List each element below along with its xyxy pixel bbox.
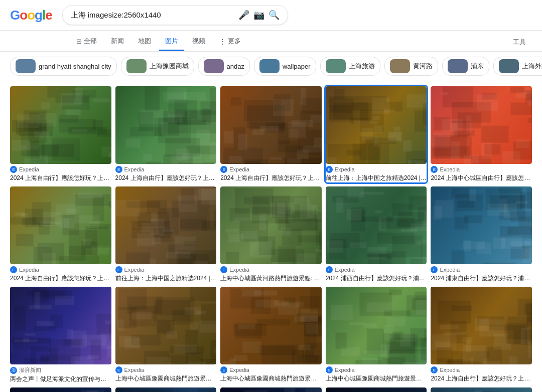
source-name: 澎湃新闻 (19, 366, 41, 374)
filter-chip-6[interactable]: 浦东 (442, 57, 489, 76)
image-title: 上海中心城區黃河路熱門旅遊景點: 2024 黃河... (220, 274, 322, 283)
source-favicon: 澎 (10, 367, 17, 374)
image-source: EExpedia (115, 366, 217, 373)
image-title: 前往上海：上海中国之旅精选2024 | Expedia ... (326, 174, 427, 182)
tab-maps[interactable]: 地图 (132, 33, 157, 51)
search-bar[interactable]: 上海 imagesize:2560x1440 🎤 📷 🔍 (62, 5, 288, 25)
image-thumbnail (431, 387, 532, 392)
source-name: Expedia (229, 267, 249, 273)
image-title: 上海中心城區豫園商城熱門旅遊景點: 2024 象... (220, 374, 322, 383)
filter-bar: grand hyatt shanghai city上海豫园商城andazwall… (0, 52, 542, 81)
source-name: Expedia (124, 367, 145, 373)
source-name: Expedia (335, 267, 355, 273)
chip-label-4: 上海旅游 (349, 62, 375, 71)
chip-thumbnail-6 (448, 59, 468, 73)
source-name: Expedia (335, 166, 355, 172)
image-title: 2024 上海自由行】應該怎好玩？上海行程攻... (115, 174, 217, 182)
tab-images[interactable]: 图片 (159, 33, 184, 51)
image-thumbnail (326, 86, 427, 164)
tab-all[interactable]: ⊞ 全部 (70, 33, 103, 51)
image-title: 前往上海：上海中国之旅精选2024 | Expedia ... (115, 274, 217, 283)
more-icon: ⋮ (219, 38, 226, 45)
image-thumbnail (220, 387, 322, 392)
source-favicon: E (115, 366, 122, 373)
image-source: EExpedia (115, 166, 217, 173)
source-favicon: E (326, 366, 333, 373)
source-name: Expedia (19, 267, 39, 273)
search-submit-icon[interactable]: 🔍 (268, 10, 280, 21)
image-card[interactable]: EExpedia前往上海：上海中国之旅精选2024 | Expedia ... (326, 86, 427, 182)
image-title: 2024 上海自由行】應該怎好玩？上海行程攻... (10, 174, 111, 182)
chip-label-3: wallpaper (283, 63, 311, 70)
image-thumbnail (220, 86, 322, 164)
image-card[interactable]: EExpedia上海中心城區豫園商城熱門旅遊景點: 2024 豫... (115, 287, 217, 383)
tools-button[interactable]: 工具 (507, 34, 532, 51)
image-card[interactable]: EExpedia2024 上海自由行】應該怎好玩？上海行程攻略... (431, 287, 532, 383)
image-title: 2024 浦西自由行】應該怎好玩？浦西行程攻略... (326, 274, 427, 283)
source-favicon: E (220, 266, 227, 273)
image-grid: EExpedia2024 上海自由行】應該怎好玩？上海行程攻...EExpedi… (0, 81, 542, 392)
image-source: EExpedia (115, 266, 217, 273)
search-input[interactable]: 上海 imagesize:2560x1440 (71, 11, 233, 20)
image-card[interactable]: EExpedia2024 浦東自由行】應該怎好玩？浦東行程攻略... (431, 186, 532, 283)
image-card[interactable]: EExpedia上海中心城區黃河路熱門旅遊景點: 2024 黃河... (220, 186, 322, 283)
image-card[interactable]: EExpedia2024 浦西自由行】應該怎好玩？浦西行程攻略... (326, 186, 427, 283)
filter-chip-2[interactable]: andaz (198, 57, 250, 76)
image-card[interactable]: EExpedia2024 上海中心城區自由行】應該怎好玩？上海... (431, 86, 532, 182)
header: Google 上海 imagesize:2560x1440 🎤 📷 🔍 (0, 0, 542, 31)
image-card[interactable]: EExpedia2024 上海自由行】應該怎好玩？上海行程攻... (10, 86, 111, 182)
tab-videos[interactable]: 视频 (186, 33, 211, 51)
image-card[interactable]: EExpedia2024 上海中心城區自由行】應該怎好玩？上海... (326, 387, 427, 392)
chip-label-0: grand hyatt shanghai city (39, 63, 111, 70)
image-source: 澎澎湃新闻 (10, 366, 111, 374)
image-card[interactable]: EExpedia上海中心城區豫園商城熱門旅遊景點: 2024 象... (220, 287, 322, 383)
chip-thumbnail-0 (16, 59, 36, 73)
chip-label-5: 黄河路 (413, 62, 433, 71)
filter-chip-7[interactable]: 上海外滩 (493, 57, 542, 76)
image-card[interactable]: EExpedia前往上海：上海中国之旅精选2024 | Expedia ... (115, 186, 217, 283)
filter-chip-5[interactable]: 黄河路 (384, 57, 438, 76)
source-favicon: E (10, 266, 17, 273)
lens-search-icon[interactable]: 📷 (253, 10, 264, 21)
image-source: EExpedia (220, 166, 322, 173)
google-logo: Google (10, 8, 52, 23)
image-source: EExpedia (326, 366, 427, 373)
tab-more[interactable]: ⋮ 更多 (213, 33, 247, 51)
source-name: Expedia (124, 267, 145, 273)
image-title: 2024 上海自由行】應該怎好玩？上海行程攻... (220, 174, 322, 182)
filter-chip-4[interactable]: 上海旅游 (320, 57, 380, 76)
source-favicon: E (326, 166, 333, 173)
source-name: Expedia (440, 367, 460, 373)
chip-label-2: andaz (227, 63, 244, 70)
image-card[interactable]: EExpedia2024 上海中心城區自由行】應該怎好玩？上海... (220, 387, 322, 392)
source-favicon: E (220, 366, 227, 373)
image-card[interactable]: EExpedia2024 上海自由行】應該怎好玩？上海行程攻... (115, 86, 217, 182)
filter-chip-1[interactable]: 上海豫园商城 (121, 57, 194, 76)
voice-search-icon[interactable]: 🎤 (238, 10, 249, 21)
image-source: EExpedia (326, 266, 427, 273)
chip-thumbnail-3 (259, 59, 280, 73)
image-card[interactable]: 高高清壁纸365上海，中国，夜晚，城市，灯光，高楼林立，... (10, 387, 111, 392)
filter-chip-0[interactable]: grand hyatt shanghai city (10, 57, 117, 76)
source-name: Expedia (124, 166, 145, 172)
image-card[interactable]: 澎澎湃新闻两会之声丨做足海派文化的宣传与挖掘，推出... (10, 287, 111, 383)
image-card[interactable]: IIAVIAV in Shanghai | IAV (431, 387, 532, 392)
source-favicon: E (115, 166, 122, 173)
image-title: 2024 上海自由行】應該怎好玩？上海行程攻略... (431, 374, 532, 383)
source-favicon: E (431, 266, 438, 273)
tab-news[interactable]: 新闻 (105, 33, 130, 51)
nav-tabs: ⊞ 全部 新闻 地图 图片 视频 ⋮ 更多 工具 (0, 31, 542, 52)
chip-thumbnail-5 (390, 59, 410, 73)
image-thumbnail (220, 287, 322, 364)
image-card[interactable]: EExpedia上海中心城區豫園商城熱門旅遊景點: 2024 豫圓... (326, 287, 427, 383)
image-card[interactable]: EExpedia2024 上海自由行】應該怎好玩？上海行程攻... (10, 186, 111, 283)
image-card[interactable]: EExpedia2024 上海自由行】應該怎好玩？上海行程攻... (220, 86, 322, 182)
image-card[interactable]: HHyatt首页丨上海金茂君悦大酒店 (115, 387, 217, 392)
chip-thumbnail-7 (499, 59, 519, 73)
filter-chip-3[interactable]: wallpaper (254, 57, 316, 76)
image-source: EExpedia (220, 366, 322, 373)
chip-thumbnail-1 (126, 59, 147, 73)
image-title: 上海中心城區豫園商城熱門旅遊景點: 2024 豫圓... (326, 374, 427, 383)
image-thumbnail (10, 287, 111, 364)
source-favicon: E (431, 366, 438, 373)
